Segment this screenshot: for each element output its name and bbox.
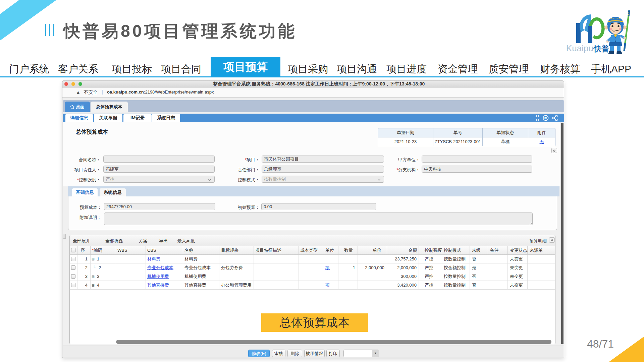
svg-text:IM: IM	[544, 117, 547, 119]
svg-text:快普: 快普	[593, 44, 609, 53]
svg-text:Kuaipu: Kuaipu	[566, 43, 593, 53]
